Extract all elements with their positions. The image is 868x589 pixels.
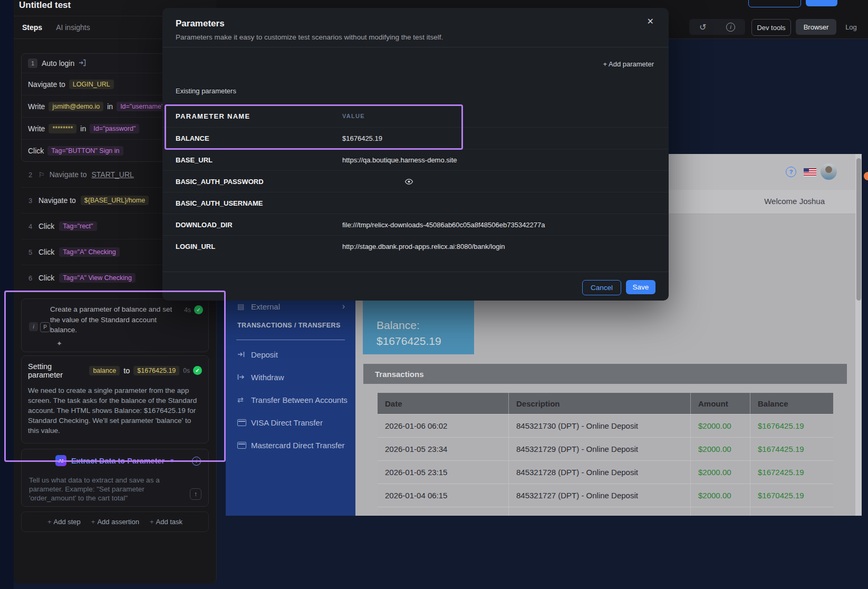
table-row: 2026-01-05 23:15 845321728 (DPT) - Onlin… [378, 460, 833, 484]
duration-label: 0s [183, 367, 190, 374]
parameter-row-basic-auth-username[interactable]: BASIC_AUTH_USERNAME [162, 192, 669, 214]
table-row: 2026-01-06 06:02 845321730 (DPT) - Onlin… [378, 414, 833, 437]
login-icon [79, 59, 86, 68]
add-task-button[interactable]: +Add task [150, 518, 182, 526]
app-root: ↺ i Dev tools Browser Log ▤ External › T… [0, 0, 868, 589]
selector-chip: Id="username" [117, 102, 167, 111]
add-step-button[interactable]: +Add step [47, 518, 81, 526]
orange-indicator-dot [864, 172, 868, 180]
refresh-icon[interactable]: ↺ [699, 22, 706, 32]
sidebar-item-withdraw[interactable]: Withdraw [226, 368, 355, 386]
deposit-icon [237, 351, 251, 358]
extract-data-header[interactable]: AI Extract Data to Parameter ▼ i [22, 449, 208, 472]
parameter-row-balance[interactable]: BALANCE $1676425.19 [162, 127, 669, 149]
instruction-badge-icon: i [29, 322, 38, 331]
modal-subtitle: Parameters make it easy to customize tes… [176, 33, 443, 41]
eye-icon[interactable] [404, 178, 413, 185]
extract-instruction-input[interactable] [28, 475, 188, 505]
parameter-badge-icon: P [40, 322, 50, 332]
col-date: Date [378, 393, 509, 414]
col-parameter-name: PARAMETER NAME [162, 112, 342, 120]
existing-parameters-label: Existing parameters [176, 87, 236, 95]
browser-controls: ↺ i [689, 19, 745, 35]
tab-steps[interactable]: Steps [22, 23, 42, 32]
flag-icon: ⚐ [38, 171, 45, 179]
help-icon[interactable]: ? [786, 167, 796, 177]
info-icon[interactable]: i [192, 457, 201, 466]
agent-task-text: Create a parameter of balance and set th… [50, 304, 172, 335]
save-button[interactable]: Save [626, 280, 655, 294]
setting-label: Setting parameter [28, 362, 85, 379]
param-chip: LOGIN_URL [69, 80, 114, 89]
table-row: 2026-01-04 06:15 845321727 (DPT) - Onlin… [378, 484, 833, 507]
modal-title: Parameters [176, 18, 225, 29]
add-assertion-button[interactable]: +Add assertion [91, 518, 139, 526]
transfer-shuffle-icon: ⇄ [237, 395, 251, 404]
selector-chip: Tag="rect" [59, 221, 97, 231]
sidebar-item-visa-transfer[interactable]: VISA Direct Transfer [226, 413, 355, 431]
scrollbar-track[interactable] [855, 154, 862, 516]
success-check-icon: ✓ [194, 305, 203, 314]
parameter-row-basic-auth-password[interactable]: BASIC_AUTH_PASSWORD [162, 170, 669, 192]
sidebar-divider [236, 340, 345, 340]
avatar[interactable] [821, 163, 837, 180]
start-url-link[interactable]: START_URL [91, 170, 133, 179]
selector-chip: Tag="A" Checking [59, 247, 119, 257]
col-balance: Balance [750, 393, 833, 414]
value-chip: ******** [49, 124, 76, 133]
sidebar-item-mastercard-transfer[interactable]: Mastercard Direct Transfer [226, 436, 355, 454]
transactions-header-bar: Transactions [363, 364, 847, 384]
param-chip: ${BASE_URL}/home [81, 196, 149, 205]
sparkle-icon: ✦ [56, 340, 202, 347]
table-row: 2026-01-05 23:34 845321729 (DPT) - Onlin… [378, 437, 833, 460]
tab-log[interactable]: Log [839, 19, 863, 35]
cancel-button[interactable]: Cancel [582, 280, 621, 295]
submit-arrow-button[interactable]: ↑ [190, 488, 201, 500]
selector-chip: Tag="A" View Checking [59, 273, 136, 283]
info-icon[interactable]: i [726, 23, 735, 32]
top-primary-button-clipped[interactable] [806, 0, 837, 6]
setting-explanation: We need to create a single parameter fro… [28, 385, 203, 436]
transactions-table: Date Description Amount Balance 2026-01-… [378, 393, 833, 516]
chevron-down-icon[interactable]: ▼ [169, 458, 175, 464]
step-number-badge: 1 [28, 59, 37, 68]
balance-label: Balance: [377, 317, 474, 333]
tab-browser[interactable]: Browser [796, 19, 836, 35]
add-parameter-button[interactable]: + Add parameter [603, 60, 654, 68]
visa-card-icon [237, 419, 251, 426]
col-description: Description [509, 393, 691, 414]
external-icon: ▤ [237, 302, 251, 311]
left-edge-strip [0, 0, 14, 589]
table-header-row: Date Description Amount Balance [378, 393, 833, 414]
dev-tools-button[interactable]: Dev tools [751, 19, 791, 36]
mastercard-icon [237, 442, 251, 449]
col-amount: Amount [691, 393, 750, 414]
top-outlined-button-clipped[interactable] [748, 0, 801, 7]
ai-badge-icon: AI [55, 455, 66, 466]
extract-data-card: AI Extract Data to Parameter ▼ i ↑ [21, 449, 209, 507]
withdraw-icon [237, 374, 251, 380]
scrollbar-thumb[interactable] [856, 158, 861, 301]
duration-label: 4s [184, 306, 191, 314]
parameters-modal: Parameters Parameters make it easy to cu… [162, 8, 669, 301]
sidebar-item-transfer[interactable]: ⇄ Transfer Between Accounts [226, 391, 355, 409]
step-group-label: Auto login [42, 59, 74, 67]
extract-data-label: Extract Data to Parameter [71, 457, 165, 465]
close-icon[interactable]: ✕ [647, 16, 654, 26]
parameter-row-base-url[interactable]: BASE_URL https://qa.boutique.harness-dem… [162, 149, 669, 170]
param-value-chip: $1676425.19 [133, 366, 179, 375]
selector-chip: Id="password" [90, 124, 139, 133]
tab-ai-insights[interactable]: AI insights [56, 23, 90, 32]
us-flag-icon[interactable] [804, 168, 816, 176]
balance-value: $1676425.19 [377, 333, 474, 349]
parameter-row-download-dir[interactable]: DOWNLOAD_DIR file:///tmp/relicx-download… [162, 214, 669, 235]
modal-footer: Cancel Save [162, 272, 669, 301]
add-actions-row: +Add step +Add assertion +Add task [21, 511, 209, 532]
modal-header: Parameters Parameters make it easy to cu… [162, 8, 669, 47]
agent-task-card[interactable]: i P Create a parameter of balance and se… [21, 298, 209, 352]
parameter-row-login-url[interactable]: LOGIN_URL http://stage.dbank.prod-apps.r… [162, 235, 669, 257]
selector-chip: Tag="BUTTON" Sign in [47, 146, 123, 156]
col-value: VALUE [342, 113, 365, 119]
sidebar-item-deposit[interactable]: Deposit [226, 345, 355, 363]
setting-parameter-card[interactable]: Setting parameter balance to $1676425.19… [21, 355, 209, 443]
